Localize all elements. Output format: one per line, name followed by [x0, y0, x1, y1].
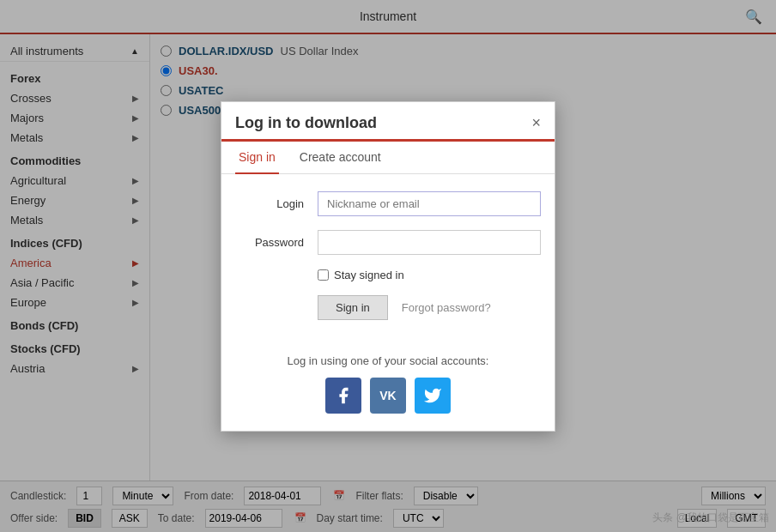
sign-in-button[interactable]: Sign in	[318, 295, 388, 320]
tab-sign-in[interactable]: Sign in	[235, 142, 279, 174]
login-input[interactable]	[318, 191, 541, 216]
tab-create-account-label: Create account	[300, 150, 381, 164]
facebook-icon[interactable]	[325, 378, 361, 414]
stay-signed-row: Stay signed in	[318, 269, 541, 281]
password-label: Password	[235, 236, 304, 249]
sign-in-row: Sign in Forgot password?	[318, 295, 541, 320]
stay-signed-checkbox[interactable]	[318, 269, 329, 281]
password-input[interactable]	[318, 230, 541, 255]
vk-icon[interactable]: VK	[370, 378, 406, 414]
social-text: Log in using one of your social accounts…	[235, 354, 541, 367]
modal-tabs: Sign in Create account	[221, 142, 555, 174]
tab-sign-in-label: Sign in	[239, 150, 276, 164]
login-modal: Log in to download × Sign in Create acco…	[221, 101, 555, 432]
modal-title: Log in to download	[235, 114, 377, 139]
password-form-row: Password	[235, 230, 541, 255]
modal-body: Login Password Stay signed in Sign in Fo…	[221, 174, 555, 354]
watermark: 头条 @我的口袋是百宝箱	[652, 511, 769, 525]
social-icons: VK	[235, 378, 541, 414]
social-section: Log in using one of your social accounts…	[221, 354, 555, 431]
login-form-row: Login	[235, 191, 541, 216]
modal-header: Log in to download ×	[221, 102, 555, 142]
close-icon[interactable]: ×	[531, 114, 541, 139]
login-label: Login	[235, 197, 304, 210]
modal-overlay[interactable]: Log in to download × Sign in Create acco…	[0, 0, 776, 532]
twitter-icon[interactable]	[415, 378, 451, 414]
tab-create-account[interactable]: Create account	[296, 142, 385, 174]
stay-signed-label: Stay signed in	[334, 269, 404, 281]
forgot-password-link[interactable]: Forgot password?	[402, 301, 491, 314]
vk-text: VK	[379, 389, 396, 402]
